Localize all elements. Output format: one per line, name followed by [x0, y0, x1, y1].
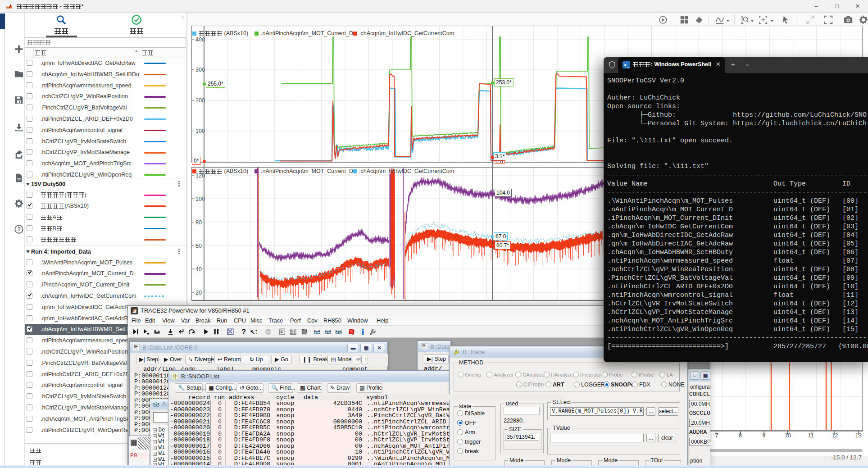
svg-text:13: 13: [855, 432, 862, 439]
svg-text:400: 400: [195, 36, 205, 43]
svg-text:300: 300: [195, 67, 205, 73]
svg-text:↖?: ↖?: [250, 328, 257, 336]
svg-text:8: 8: [739, 432, 742, 439]
svg-text:7: 7: [715, 432, 718, 439]
svg-text:9: 9: [762, 432, 765, 439]
svg-text:200: 200: [195, 97, 205, 104]
svg-text:12: 12: [832, 432, 838, 439]
svg-text:101: 101: [291, 332, 295, 335]
svg-text:40: 40: [195, 266, 202, 273]
svg-text:?: ?: [18, 226, 21, 232]
svg-text:10: 10: [785, 432, 791, 439]
svg-text:80: 80: [195, 219, 202, 226]
svg-text:11: 11: [808, 432, 814, 439]
svg-text:60: 60: [195, 243, 202, 249]
svg-text:?: ?: [242, 328, 246, 336]
svg-text:-15.0 / 12.7: -15.0 / 12.7: [831, 454, 862, 461]
svg-text:100: 100: [195, 128, 205, 134]
svg-text:100: 100: [195, 196, 205, 202]
svg-text:STOP: STOP: [266, 331, 272, 333]
svg-text:20: 20: [195, 290, 202, 296]
